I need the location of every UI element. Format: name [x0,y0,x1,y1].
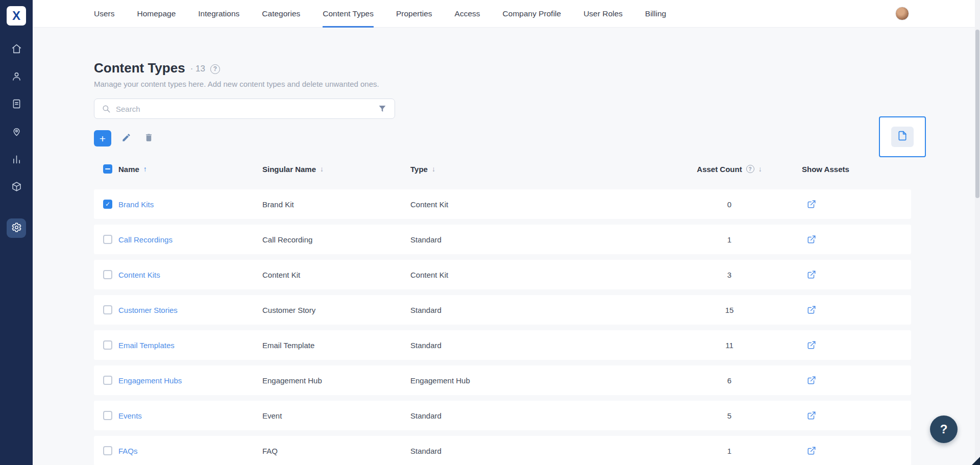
table-row: Engagement Hubs Engagement Hub Engagemen… [94,365,911,395]
sort-desc-icon: ↓ [758,165,762,173]
row-name-link[interactable]: FAQs [118,447,138,455]
row-name-link[interactable]: Brand Kits [118,200,154,209]
sort-desc-icon: ↓ [320,165,324,173]
app-logo[interactable]: X [7,6,26,26]
table-row: Brand Kits Brand Kit Content Kit 0 [94,189,911,219]
column-header-type[interactable]: Type ↓ [410,165,666,174]
table-row: FAQs FAQ Standard 1 [94,436,911,465]
column-header-asset-count[interactable]: Asset Count ? ↓ [666,165,793,174]
row-checkbox[interactable] [103,270,112,279]
row-checkbox[interactable] [103,376,112,385]
column-header-name[interactable]: Name ↑ [118,165,262,174]
user-icon [11,71,22,84]
sidebar-item-home[interactable] [7,40,26,59]
table-row: Customer Stories Customer Story Standard… [94,295,911,325]
toolbar: + [94,130,911,146]
trash-icon [144,133,154,144]
row-checkbox[interactable] [103,305,112,314]
row-name-link[interactable]: Email Templates [118,341,175,350]
row-singular-name: Email Template [262,341,410,350]
file-icon [897,131,908,143]
sort-desc-icon: ↓ [432,165,435,173]
row-singular-name: Event [262,411,410,420]
sidebar-item-topics[interactable] [7,123,26,142]
sidebar-item-content[interactable] [7,95,26,114]
column-header-singular-name[interactable]: Singular Name ↓ [262,165,410,174]
select-all-checkbox[interactable] [103,164,112,174]
row-singular-name: Brand Kit [262,200,410,209]
table-header: Name ↑ Singular Name ↓ Type ↓ Asset Coun… [94,163,911,175]
tab-user-roles[interactable]: User Roles [583,0,623,28]
row-name-link[interactable]: Engagement Hubs [118,376,182,385]
page-title: Content Types [94,59,185,77]
asset-count-help-icon[interactable]: ? [746,165,754,173]
tab-properties[interactable]: Properties [396,0,432,28]
tab-billing[interactable]: Billing [645,0,666,28]
page-count: · 13 [190,64,205,74]
sidebar-item-analytics[interactable] [7,150,26,169]
open-assets-icon[interactable] [807,270,816,279]
table-row: Content Kits Content Kit Content Kit 3 [94,260,911,289]
row-checkbox[interactable] [103,235,112,244]
content-types-table: Name ↑ Singular Name ↓ Type ↓ Asset Coun… [94,163,911,465]
row-singular-name: Call Recording [262,235,410,244]
delete-button[interactable] [141,131,156,146]
tab-categories[interactable]: Categories [262,0,300,28]
row-checkbox[interactable] [103,411,112,420]
sidebar-item-apps[interactable] [7,178,26,197]
sort-asc-icon: ↑ [143,165,147,173]
row-asset-count: 5 [666,411,793,420]
open-assets-icon[interactable] [807,200,816,209]
open-assets-icon[interactable] [807,376,816,385]
row-asset-count: 0 [666,200,793,209]
search-icon [102,104,111,113]
tab-access[interactable]: Access [455,0,480,28]
tab-users[interactable]: Users [94,0,114,28]
document-icon [11,99,22,111]
sidebar-item-settings[interactable] [7,218,26,238]
open-assets-icon[interactable] [807,411,816,420]
table-row: Call Recordings Call Recording Standard … [94,225,911,254]
row-checkbox[interactable] [103,446,112,455]
search-input[interactable] [116,105,372,113]
row-checkbox[interactable] [103,200,112,209]
scrollbar-thumb[interactable] [975,30,979,198]
title-help-icon[interactable]: ? [210,64,220,74]
pencil-icon [121,133,131,144]
row-type: Content Kit [410,200,666,209]
scrollbar[interactable] [975,0,980,465]
add-content-type-button[interactable]: + [94,130,111,146]
open-assets-icon[interactable] [807,340,816,350]
export-button[interactable] [879,116,926,157]
scroll-corner[interactable] [972,457,980,465]
row-checkbox[interactable] [103,340,112,350]
open-assets-icon[interactable] [807,305,816,314]
pin-icon [11,126,22,139]
page-head: Content Types · 13 ? [94,59,911,77]
row-asset-count: 15 [666,306,793,314]
row-asset-count: 6 [666,376,793,385]
help-fab[interactable]: ? [930,415,958,443]
row-singular-name: Customer Story [262,306,410,314]
column-header-show-assets: Show Assets [793,165,911,174]
tab-homepage[interactable]: Homepage [137,0,176,28]
row-name-link[interactable]: Customer Stories [118,306,178,314]
row-asset-count: 1 [666,235,793,244]
user-avatar[interactable] [895,7,909,20]
row-name-link[interactable]: Call Recordings [118,235,173,244]
tab-company-profile[interactable]: Company Profile [503,0,561,28]
row-name-link[interactable]: Content Kits [118,271,160,279]
top-nav: Users Homepage Integrations Categories C… [94,0,666,28]
home-icon [11,43,22,56]
filter-icon[interactable] [377,104,387,114]
bar-chart-icon [11,154,22,166]
row-asset-count: 1 [666,447,793,455]
sidebar-item-users[interactable] [7,67,26,87]
edit-button[interactable] [118,131,134,146]
tab-content-types[interactable]: Content Types [323,0,374,28]
open-assets-icon[interactable] [807,446,816,455]
row-name-link[interactable]: Events [118,411,142,420]
tab-integrations[interactable]: Integrations [198,0,239,28]
open-assets-icon[interactable] [807,235,816,244]
app-logo-letter: X [12,9,20,23]
